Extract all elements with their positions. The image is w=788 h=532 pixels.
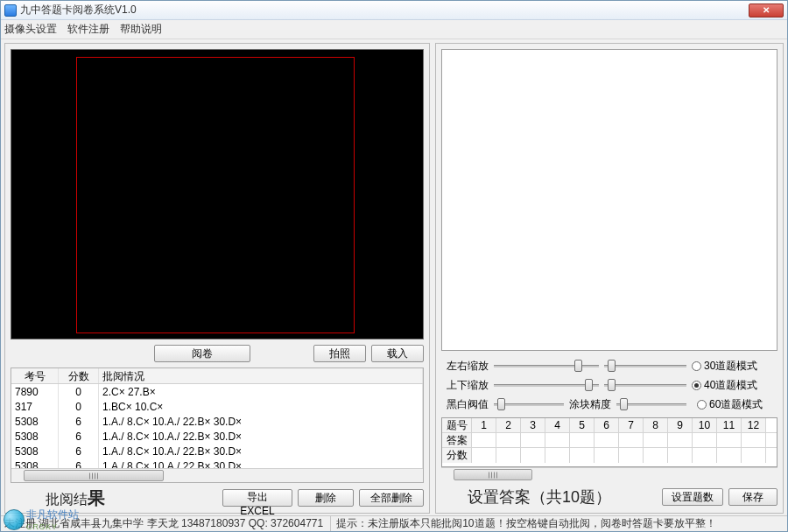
window-title: 九中答题卡阅卷系统V1.0 (20, 3, 749, 18)
label-lr-zoom: 左右缩放 (441, 359, 489, 374)
results-hscrollbar[interactable] (11, 468, 423, 482)
ans-cell[interactable] (742, 448, 766, 463)
slider-lr-zoom-2[interactable] (604, 358, 686, 374)
slider-bw-threshold[interactable] (494, 396, 564, 412)
export-excel-button[interactable]: 导出EXCEL (222, 489, 292, 507)
sliders-group: 左右缩放 30道题模式 上下缩放 (441, 358, 777, 412)
ans-cell[interactable] (595, 448, 619, 463)
ans-cell[interactable] (668, 448, 693, 463)
menubar: 摄像头设置 软件注册 帮助说明 (1, 20, 787, 39)
row-lr: 左右缩放 30道题模式 (441, 358, 777, 374)
review-result-label: 批阅结果 (11, 486, 105, 510)
save-button[interactable]: 保存 (728, 488, 777, 506)
close-button[interactable]: ✕ (749, 4, 784, 18)
status-left: 未注册 湖北省咸丰县九集中学 李天龙 13487180937 QQ: 37260… (4, 516, 323, 531)
answer-row-num: 题号 123456789101112 (442, 418, 777, 433)
ans-cell[interactable] (717, 433, 742, 447)
col-score[interactable]: 分数 (59, 368, 99, 383)
menu-register[interactable]: 软件注册 (67, 22, 109, 37)
slider-ud-zoom[interactable] (494, 377, 599, 393)
ans-cell[interactable] (496, 433, 521, 447)
content-area: 阅卷 拍照 载入 考号 分数 批阅情况 789002.C× 27.B×31701… (1, 39, 787, 515)
delete-all-button[interactable]: 全部删除 (359, 489, 424, 507)
ans-col-num: 2 (496, 418, 521, 432)
label-bw-threshold: 黑白阀值 (441, 397, 489, 412)
ans-cell[interactable] (521, 433, 545, 447)
slider-ud-zoom-2[interactable] (604, 377, 686, 393)
table-row[interactable]: 530861.A./ 8.C× 10.A./ 22.B× 30.D× (11, 414, 423, 429)
status-right: 提示：未注册版本只能批阅10道题！按空格键自动批阅，阅卷时答题卡要放平整！ (330, 516, 784, 531)
ans-hdr-ans: 答案 (442, 433, 472, 447)
table-row[interactable]: 530861.A./ 8.C× 10.A./ 22.B× 30.D× (11, 458, 423, 468)
mode-60-option[interactable]: 60道题模式 (697, 397, 777, 412)
mode-40-option[interactable]: 40道题模式 (692, 378, 772, 393)
ans-cell[interactable] (472, 448, 496, 463)
results-header: 考号 分数 批阅情况 (11, 368, 423, 384)
results-table: 考号 分数 批阅情况 789002.C× 27.B×31701.BC× 10.C… (11, 368, 424, 483)
table-row[interactable]: 530861.A./ 8.C× 10.A./ 22.B× 30.D× (11, 444, 423, 458)
mode-30-option[interactable]: 30道题模式 (692, 359, 772, 374)
camera-button-row: 阅卷 拍照 载入 (11, 345, 424, 362)
titlebar[interactable]: 九中答题卡阅卷系统V1.0 ✕ (1, 1, 787, 20)
ans-col-num: 8 (644, 418, 668, 432)
table-row[interactable]: 31701.BC× 10.C× (11, 399, 423, 414)
roi-rectangle[interactable] (76, 57, 355, 333)
ans-cell[interactable] (570, 448, 595, 463)
ans-cell[interactable] (521, 448, 545, 463)
ans-cell[interactable] (570, 433, 595, 447)
table-row[interactable]: 789002.C× 27.B× (11, 384, 423, 399)
ans-cell[interactable] (472, 433, 496, 447)
label-fill-precision: 涂块精度 (569, 397, 611, 412)
menu-camera-settings[interactable]: 摄像头设置 (4, 22, 57, 37)
ans-cell[interactable] (742, 433, 766, 447)
ans-col-num: 10 (693, 418, 717, 432)
ans-col-num: 3 (521, 418, 545, 432)
radio-30[interactable] (692, 361, 701, 371)
app-icon (4, 4, 17, 17)
ans-cell[interactable] (619, 448, 644, 463)
set-answer-row: 设置答案（共10题） 设置题数 保存 (441, 486, 777, 508)
set-answer-title: 设置答案（共10题） (441, 486, 611, 508)
slider-fill-precision[interactable] (616, 396, 686, 412)
ans-cell[interactable] (595, 433, 619, 447)
photo-button[interactable]: 拍照 (313, 345, 366, 362)
ans-hdr-score: 分数 (442, 448, 472, 463)
left-footer-row: 批阅结果 导出EXCEL 删除 全部删除 (11, 488, 424, 508)
ans-col-num: 7 (619, 418, 644, 432)
ans-col-num: 12 (742, 418, 766, 432)
ans-cell[interactable] (668, 433, 693, 447)
ans-cell[interactable] (693, 433, 717, 447)
ans-cell[interactable] (717, 448, 742, 463)
ans-col-num: 1 (472, 418, 496, 432)
set-question-count-button[interactable]: 设置题数 (662, 488, 723, 506)
table-row[interactable]: 530861.A./ 8.C× 10.A./ 22.B× 30.D× (11, 429, 423, 444)
right-panel: 左右缩放 30道题模式 上下缩放 (435, 43, 784, 514)
answer-row-ans: 答案 (442, 433, 777, 448)
statusbar: 未注册 湖北省咸丰县九集中学 李天龙 13487180937 QQ: 37260… (1, 515, 787, 531)
results-body[interactable]: 789002.C× 27.B×31701.BC× 10.C×530861.A./… (11, 384, 423, 468)
ans-cell[interactable] (545, 433, 570, 447)
scrollbar-thumb[interactable] (24, 470, 164, 481)
answer-row-score: 分数 (442, 448, 777, 463)
ans-cell[interactable] (619, 433, 644, 447)
app-window: 九中答题卡阅卷系统V1.0 ✕ 摄像头设置 软件注册 帮助说明 阅卷 拍照 载入… (0, 0, 788, 532)
radio-60[interactable] (697, 400, 707, 410)
answer-scroll-thumb[interactable] (454, 469, 532, 480)
ans-cell[interactable] (496, 448, 521, 463)
slider-lr-zoom[interactable] (494, 358, 599, 374)
answer-table: 题号 123456789101112 答案 分数 (441, 417, 777, 467)
ans-cell[interactable] (693, 448, 717, 463)
delete-button[interactable]: 删除 (298, 489, 354, 507)
radio-40[interactable] (692, 381, 701, 390)
ans-cell[interactable] (545, 448, 570, 463)
menu-help[interactable]: 帮助说明 (120, 22, 162, 37)
col-detail[interactable]: 批阅情况 (99, 368, 423, 383)
ans-col-num: 11 (717, 418, 742, 432)
ans-cell[interactable] (644, 448, 668, 463)
col-id[interactable]: 考号 (11, 368, 59, 383)
load-button[interactable]: 载入 (371, 345, 424, 362)
ans-cell[interactable] (644, 433, 668, 447)
answer-hscrollbar[interactable] (441, 467, 777, 481)
review-button[interactable]: 阅卷 (154, 345, 250, 362)
ans-col-num: 9 (668, 418, 693, 432)
